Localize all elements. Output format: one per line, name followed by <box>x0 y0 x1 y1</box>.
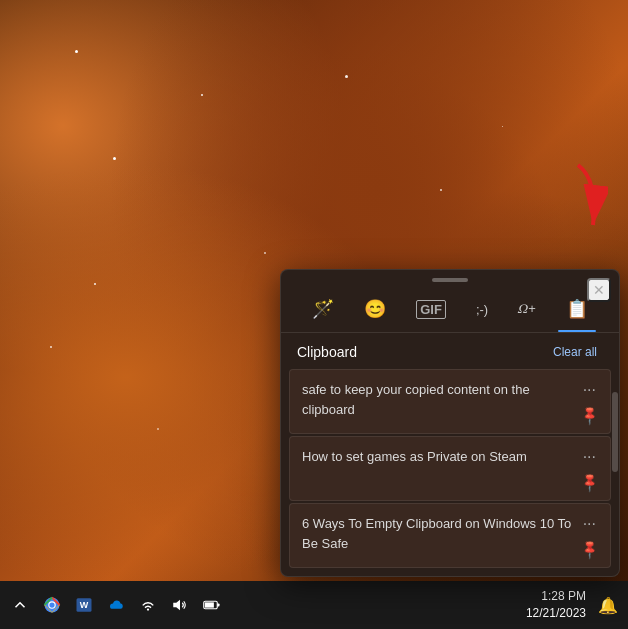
clipboard-title: Clipboard <box>297 344 357 360</box>
clip-item-3-content: 6 Ways To Empty Clipboard on Windows 10 … <box>302 514 573 553</box>
tab-clipboard[interactable]: 📋 <box>558 294 596 324</box>
taskbar-chrome-icon[interactable] <box>40 593 64 617</box>
tab-emoji-suggest[interactable]: 🪄 <box>304 294 342 324</box>
clip-item-2-text: How to set games as Private on Steam <box>302 449 527 464</box>
clear-all-button[interactable]: Clear all <box>547 343 603 361</box>
tab-gif[interactable]: GIF <box>408 296 454 323</box>
clipboard-panel: ✕ 🪄 😊 GIF ;-) 𝛺+ 📋 Clipboard Clear all <box>280 269 620 577</box>
clip-item-3[interactable]: 6 Ways To Empty Clipboard on Windows 10 … <box>289 503 611 568</box>
taskbar-left: W <box>8 593 224 617</box>
taskbar-chevron-icon[interactable] <box>8 593 32 617</box>
gif-label-icon: GIF <box>416 300 446 319</box>
kaomoji-icon: ;-) <box>476 302 488 317</box>
tab-special-chars[interactable]: 𝛺+ <box>510 297 544 321</box>
tab-bar: 🪄 😊 GIF ;-) 𝛺+ 📋 <box>281 290 619 333</box>
clipboard-tab-icon: 📋 <box>566 298 588 320</box>
svg-rect-9 <box>217 604 219 607</box>
tab-kaomoji[interactable]: ;-) <box>468 298 496 321</box>
svg-point-6 <box>147 608 149 610</box>
clip-item-2-more-button[interactable]: ··· <box>581 447 598 467</box>
clip-item-3-more-button[interactable]: ··· <box>581 514 598 534</box>
clipboard-header: Clipboard Clear all <box>281 333 619 369</box>
clock-date: 12/21/2023 <box>526 605 586 622</box>
clip-item-2[interactable]: How to set games as Private on Steam ···… <box>289 436 611 501</box>
taskbar-wifi-icon[interactable] <box>136 593 160 617</box>
clip-item-1-text: safe to keep your copied content on the … <box>302 382 530 417</box>
clip-item-3-pin-button[interactable]: 📌 <box>578 539 600 561</box>
taskbar-speaker-icon[interactable] <box>168 593 192 617</box>
special-chars-icon: 𝛺+ <box>518 301 536 317</box>
clipboard-items-list: safe to keep your copied content on the … <box>281 369 619 576</box>
notification-bell-icon[interactable]: 🔔 <box>596 593 620 617</box>
tab-emoji[interactable]: 😊 <box>356 294 394 324</box>
clip-item-3-actions: ··· 📌 <box>581 514 598 557</box>
clip-item-2-actions: ··· 📌 <box>581 447 598 490</box>
taskbar-battery-icon[interactable] <box>200 593 224 617</box>
emoji-icon: 😊 <box>364 298 386 320</box>
scrollbar[interactable] <box>612 392 618 472</box>
taskbar-right: 1:28 PM 12/21/2023 🔔 <box>526 588 620 622</box>
clock-time: 1:28 PM <box>526 588 586 605</box>
clip-item-2-pin-button[interactable]: 📌 <box>578 472 600 494</box>
emoji-suggest-icon: 🪄 <box>312 298 334 320</box>
clip-item-1-more-button[interactable]: ··· <box>581 380 598 400</box>
clip-item-1-pin-button[interactable]: 📌 <box>578 405 600 427</box>
taskbar-onedrive-icon[interactable] <box>104 593 128 617</box>
clip-item-2-content: How to set games as Private on Steam <box>302 447 573 467</box>
taskbar-word-icon[interactable]: W <box>72 593 96 617</box>
svg-point-3 <box>49 602 54 607</box>
system-clock: 1:28 PM 12/21/2023 <box>526 588 586 622</box>
taskbar: W <box>0 581 628 629</box>
clip-item-3-text: 6 Ways To Empty Clipboard on Windows 10 … <box>302 516 571 551</box>
drag-handle <box>281 270 619 290</box>
svg-rect-8 <box>205 602 214 607</box>
clip-item-1[interactable]: safe to keep your copied content on the … <box>289 369 611 434</box>
clip-item-1-actions: ··· 📌 <box>581 380 598 423</box>
clip-item-1-content: safe to keep your copied content on the … <box>302 380 573 419</box>
svg-text:W: W <box>80 600 89 610</box>
